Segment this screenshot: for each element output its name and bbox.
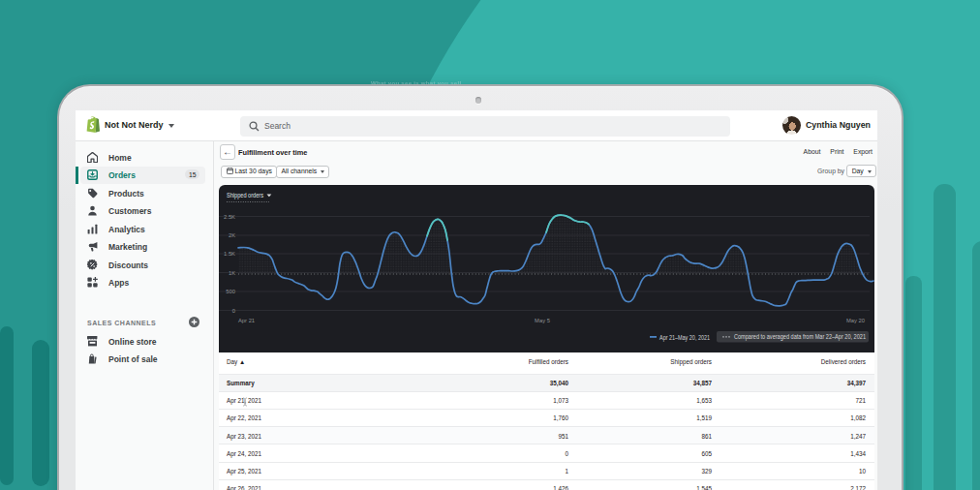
svg-text:1K: 1K <box>229 270 235 276</box>
svg-text:Compared to averaged data from: Compared to averaged data from Mar 22–Ap… <box>734 333 866 341</box>
svg-text:May 5: May 5 <box>535 318 550 323</box>
svg-text:May 20: May 20 <box>846 318 865 323</box>
svg-text:1.5K: 1.5K <box>224 251 235 257</box>
svg-text:Shipped orders: Shipped orders <box>227 192 263 199</box>
svg-text:2.5K: 2.5K <box>224 214 235 220</box>
svg-text:2K: 2K <box>229 232 235 238</box>
svg-text:Apr 21: Apr 21 <box>238 318 255 323</box>
svg-text:500: 500 <box>226 289 235 294</box>
svg-text:Apr 21–May 20, 2021: Apr 21–May 20, 2021 <box>659 334 710 342</box>
svg-text:0: 0 <box>232 308 235 314</box>
